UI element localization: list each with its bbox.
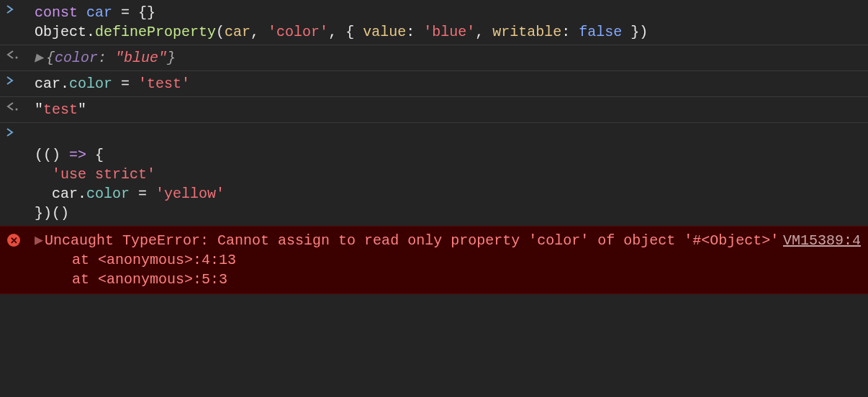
token-string: 'yellow' <box>155 186 225 202</box>
token-indent <box>35 186 52 202</box>
token-prop: writable <box>492 24 561 40</box>
console-input-row: const car = {} Object.defineProperty(car… <box>0 0 868 45</box>
error-circle-x-icon: ✕ <box>7 234 20 247</box>
token-comma: , <box>328 24 345 40</box>
output-value-2[interactable]: ""test"test" <box>35 100 868 119</box>
token-operator: = <box>112 4 138 21</box>
token-keyword: const <box>35 4 78 21</box>
token-variable: car <box>52 186 78 202</box>
token-string: 'use strict' <box>52 166 155 183</box>
token-prop: value <box>363 24 406 40</box>
code-input-3[interactable]: (() => { 'use strict' car.color = 'yello… <box>35 126 868 223</box>
token-paren: ( <box>216 24 225 40</box>
error-message[interactable]: ▶Uncaught TypeError: Cannot assign to re… <box>35 231 868 289</box>
token-key: color <box>55 50 98 66</box>
token-brace: })() <box>35 205 69 222</box>
token-variable: car <box>78 4 112 21</box>
token-brace: }) <box>622 24 648 40</box>
token-prop: color <box>86 186 130 202</box>
token-operator: = <box>130 186 155 202</box>
output-icon <box>6 48 35 60</box>
error-icon: ✕ <box>6 231 35 247</box>
console-input-row: (() => { 'use strict' car.color = 'yello… <box>0 123 868 226</box>
token-function: defineProperty <box>95 24 216 40</box>
token-arg: car <box>225 24 250 40</box>
output-icon <box>6 100 35 111</box>
token-operator: = <box>112 76 138 92</box>
token-string: 'blue' <box>423 24 475 40</box>
input-prompt-icon <box>6 74 35 86</box>
output-value-1[interactable]: ▶{color: "blue"} <box>35 48 868 68</box>
console-output-row: ▶{color: "blue"} <box>0 45 868 71</box>
svg-point-0 <box>16 57 18 59</box>
token-colon: : <box>98 50 115 66</box>
console-output-row: ""test"test" <box>0 97 868 123</box>
input-prompt-icon <box>6 126 35 137</box>
token-dot: . <box>78 186 86 202</box>
token-arrow: => <box>69 147 86 163</box>
token-boolean: false <box>579 24 622 40</box>
error-source-link[interactable]: VM15389:4 <box>783 231 861 250</box>
token-dot: . <box>60 76 69 92</box>
token-indent <box>35 166 52 183</box>
token-colon: : <box>406 24 423 40</box>
code-input-1[interactable]: const car = {} Object.defineProperty(car… <box>35 3 868 42</box>
token-string: 'color' <box>268 24 328 40</box>
token-variable: car <box>35 76 60 92</box>
token-object: Object <box>35 24 86 40</box>
token-colon: : <box>561 24 579 40</box>
expand-triangle-icon[interactable]: ▶ <box>35 48 43 68</box>
token-brace: { <box>46 50 55 66</box>
token-string: 'test' <box>138 76 190 92</box>
token-prop: color <box>69 76 112 92</box>
token-comma: , <box>250 24 268 40</box>
token-dot: . <box>86 24 95 40</box>
token-string: "blue" <box>115 50 167 66</box>
error-stack-line: at <anonymous>:5:3 <box>35 270 861 289</box>
token-brace: { <box>86 147 104 163</box>
code-input-2[interactable]: car.color = 'test' <box>35 74 868 93</box>
token-braces: {} <box>138 4 155 21</box>
input-prompt-icon <box>6 3 35 14</box>
token-brace: } <box>167 50 176 66</box>
console-input-row: car.color = 'test' <box>0 71 868 97</box>
console-error-row: ✕ ▶Uncaught TypeError: Cannot assign to … <box>0 226 868 294</box>
token-brace: { <box>345 24 363 40</box>
expand-triangle-icon[interactable]: ▶ <box>35 232 43 249</box>
token-paren: (() <box>35 147 69 163</box>
error-stack-line: at <anonymous>:4:13 <box>35 250 861 270</box>
token-comma: , <box>475 24 492 40</box>
svg-point-1 <box>16 109 18 111</box>
error-text-line1: Uncaught TypeError: Cannot assign to rea… <box>45 232 528 249</box>
error-text-line2: 'color' of object '#<Object>' <box>528 232 779 249</box>
